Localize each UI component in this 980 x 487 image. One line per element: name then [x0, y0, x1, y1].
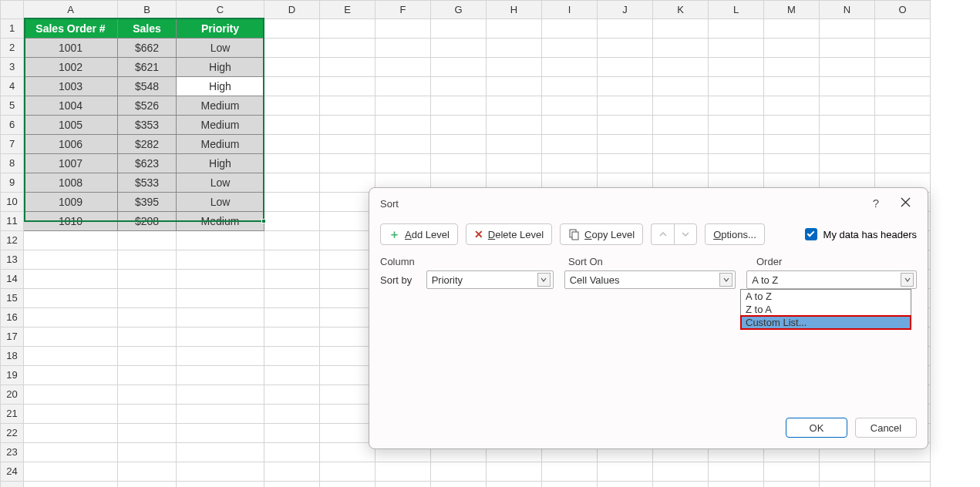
cell-G3[interactable] [431, 58, 487, 77]
cell-B1[interactable]: Sales [118, 19, 177, 39]
cell-J6[interactable] [598, 116, 653, 135]
cell-N25[interactable] [820, 482, 875, 488]
cell-E2[interactable] [320, 39, 375, 58]
move-down-button[interactable] [674, 223, 697, 245]
column-header-H[interactable]: H [487, 1, 542, 19]
cell-A2[interactable]: 1001 [24, 39, 118, 58]
cell-B4[interactable]: $548 [118, 77, 177, 96]
cell-L4[interactable] [709, 77, 764, 96]
cell-L5[interactable] [709, 96, 764, 116]
cell-I25[interactable] [542, 482, 598, 488]
column-header-C[interactable]: C [177, 1, 264, 19]
cell-J2[interactable] [598, 39, 653, 58]
cell-E25[interactable] [320, 482, 375, 488]
move-up-button[interactable] [651, 223, 674, 245]
cell-K8[interactable] [653, 154, 709, 173]
row-header-21[interactable]: 21 [1, 405, 24, 424]
cell-H3[interactable] [487, 58, 542, 77]
cell-B13[interactable] [118, 250, 177, 270]
cell-E6[interactable] [320, 116, 375, 135]
cell-K2[interactable] [653, 39, 709, 58]
cell-K1[interactable] [653, 19, 709, 39]
cell-O5[interactable] [875, 96, 931, 116]
cell-D4[interactable] [264, 77, 320, 96]
cell-M2[interactable] [764, 39, 820, 58]
cell-L7[interactable] [709, 135, 764, 154]
cell-F3[interactable] [375, 58, 431, 77]
cell-E17[interactable] [320, 327, 375, 347]
cell-A3[interactable]: 1002 [24, 58, 118, 77]
cell-B17[interactable] [118, 327, 177, 347]
column-header-O[interactable]: O [875, 1, 931, 19]
cell-D18[interactable] [264, 347, 320, 366]
cell-C18[interactable] [177, 347, 264, 366]
cell-B12[interactable] [118, 231, 177, 250]
cell-O7[interactable] [875, 135, 931, 154]
cell-D8[interactable] [264, 154, 320, 173]
cell-M4[interactable] [764, 77, 820, 96]
column-header-M[interactable]: M [764, 1, 820, 19]
cell-F1[interactable] [375, 19, 431, 39]
row-header-12[interactable]: 12 [1, 231, 24, 250]
cell-C22[interactable] [177, 424, 264, 443]
cell-A15[interactable] [24, 289, 118, 308]
cell-H2[interactable] [487, 39, 542, 58]
cell-G7[interactable] [431, 135, 487, 154]
column-header-K[interactable]: K [653, 1, 709, 19]
cell-G6[interactable] [431, 116, 487, 135]
cell-D13[interactable] [264, 250, 320, 270]
column-header-L[interactable]: L [709, 1, 764, 19]
row-header-1[interactable]: 1 [1, 19, 24, 39]
order-option[interactable]: Z to A [741, 303, 911, 316]
cell-D15[interactable] [264, 289, 320, 308]
cell-B23[interactable] [118, 443, 177, 462]
cell-F4[interactable] [375, 77, 431, 96]
cell-G4[interactable] [431, 77, 487, 96]
cell-D22[interactable] [264, 424, 320, 443]
cell-C19[interactable] [177, 366, 264, 385]
cell-N8[interactable] [820, 154, 875, 173]
cell-G8[interactable] [431, 154, 487, 173]
order-option[interactable]: Custom List... [741, 316, 911, 329]
cell-O8[interactable] [875, 154, 931, 173]
row-header-25[interactable]: 25 [1, 482, 24, 488]
cell-B14[interactable] [118, 270, 177, 289]
cell-J24[interactable] [598, 462, 653, 482]
combo-dropdown-button[interactable] [901, 273, 914, 287]
cell-A21[interactable] [24, 405, 118, 424]
sort-on-combo[interactable]: Cell Values [564, 270, 736, 289]
cell-M24[interactable] [764, 462, 820, 482]
cell-K7[interactable] [653, 135, 709, 154]
cell-L24[interactable] [709, 462, 764, 482]
cell-A25[interactable] [24, 482, 118, 488]
cell-C10[interactable]: Low [177, 193, 264, 212]
cell-A24[interactable] [24, 462, 118, 482]
cell-A19[interactable] [24, 366, 118, 385]
cell-C14[interactable] [177, 270, 264, 289]
cell-C17[interactable] [177, 327, 264, 347]
cell-O25[interactable] [875, 482, 931, 488]
column-header-E[interactable]: E [320, 1, 375, 19]
cell-B2[interactable]: $662 [118, 39, 177, 58]
row-header-3[interactable]: 3 [1, 58, 24, 77]
cell-E4[interactable] [320, 77, 375, 96]
cell-N24[interactable] [820, 462, 875, 482]
cell-E1[interactable] [320, 19, 375, 39]
cell-E14[interactable] [320, 270, 375, 289]
cell-E11[interactable] [320, 212, 375, 231]
cell-C9[interactable]: Low [177, 173, 264, 193]
cell-E5[interactable] [320, 96, 375, 116]
cell-O2[interactable] [875, 39, 931, 58]
cell-D16[interactable] [264, 308, 320, 327]
cell-F7[interactable] [375, 135, 431, 154]
cell-A17[interactable] [24, 327, 118, 347]
cell-A14[interactable] [24, 270, 118, 289]
cell-B8[interactable]: $623 [118, 154, 177, 173]
cell-D11[interactable] [264, 212, 320, 231]
cell-B22[interactable] [118, 424, 177, 443]
cell-H25[interactable] [487, 482, 542, 488]
row-header-2[interactable]: 2 [1, 39, 24, 58]
row-header-22[interactable]: 22 [1, 424, 24, 443]
cell-I2[interactable] [542, 39, 598, 58]
cell-L8[interactable] [709, 154, 764, 173]
